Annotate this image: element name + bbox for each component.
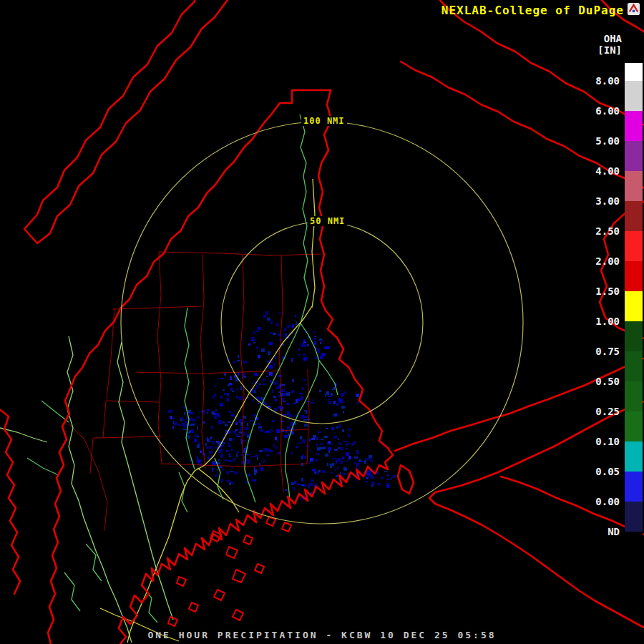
precip-echo bbox=[236, 454, 238, 457]
precip-echo bbox=[281, 384, 283, 386]
precip-echo bbox=[307, 344, 309, 346]
precip-echo bbox=[310, 458, 313, 462]
precip-echo bbox=[393, 475, 395, 478]
precip-echo bbox=[223, 389, 225, 391]
precip-echo bbox=[356, 452, 359, 454]
precip-echo bbox=[263, 448, 267, 452]
precip-echo bbox=[313, 331, 315, 333]
precip-echo bbox=[229, 438, 232, 441]
precip-echo bbox=[333, 436, 337, 439]
precip-echo bbox=[377, 483, 379, 484]
precip-echo bbox=[215, 474, 218, 477]
precip-echo bbox=[268, 449, 270, 452]
precip-echo bbox=[203, 411, 205, 414]
precip-echo bbox=[190, 412, 193, 414]
precip-echo bbox=[277, 440, 278, 442]
precip-echo bbox=[336, 475, 338, 477]
river-line bbox=[143, 587, 157, 623]
precip-echo bbox=[221, 479, 223, 482]
legend-swatch-2.00 bbox=[625, 261, 643, 291]
precip-echo bbox=[220, 378, 223, 379]
river-line bbox=[27, 458, 59, 475]
precip-echo bbox=[346, 445, 347, 447]
precip-echo bbox=[315, 459, 318, 462]
legend-swatch-0.75 bbox=[625, 351, 643, 381]
precip-echo bbox=[199, 459, 201, 462]
precip-echo bbox=[215, 385, 216, 387]
precip-echo bbox=[235, 422, 238, 425]
river-line bbox=[286, 323, 319, 499]
precip-echo bbox=[303, 353, 306, 356]
precip-echo bbox=[309, 439, 311, 441]
precip-echo bbox=[240, 427, 242, 431]
precip-echo bbox=[297, 484, 301, 485]
precip-echo bbox=[191, 424, 195, 426]
range-ring-label-100nmi: 100 NMI bbox=[301, 116, 347, 126]
precip-echo bbox=[299, 393, 303, 394]
precip-echo bbox=[219, 423, 223, 424]
precip-echo bbox=[227, 393, 229, 396]
precip-echo bbox=[203, 421, 205, 424]
precip-echo bbox=[347, 459, 348, 462]
legend-value-label: 0.00 bbox=[595, 496, 620, 507]
precip-echo bbox=[211, 412, 215, 414]
precip-echo bbox=[310, 450, 311, 452]
precip-echo bbox=[239, 419, 242, 421]
legend-swatch-1.50 bbox=[625, 291, 643, 321]
precip-echo bbox=[308, 485, 309, 488]
legend-color-bar bbox=[625, 63, 643, 562]
precip-echo bbox=[332, 463, 334, 466]
precip-echo bbox=[342, 429, 344, 432]
legend-value-label: 0.25 bbox=[595, 406, 620, 417]
legend-swatch-5.00 bbox=[625, 141, 643, 171]
precip-echo bbox=[318, 431, 320, 434]
precip-echo bbox=[356, 450, 358, 452]
precip-echo bbox=[197, 444, 200, 448]
precip-echo bbox=[254, 456, 256, 457]
precip-echo bbox=[191, 429, 194, 433]
precip-echo bbox=[303, 456, 306, 459]
precip-echo bbox=[185, 421, 187, 423]
precip-echo bbox=[337, 467, 338, 469]
precip-echo bbox=[326, 391, 329, 395]
river-line bbox=[42, 401, 69, 422]
precip-echo bbox=[386, 483, 389, 484]
product-title: ONE HOUR PRECIPITATION - KCBW 10 DEC 25 … bbox=[0, 630, 644, 640]
precip-echo bbox=[233, 439, 235, 441]
precip-echo bbox=[272, 389, 273, 393]
precip-echo bbox=[243, 361, 247, 364]
legend-title: OHA bbox=[597, 33, 622, 44]
precip-echo bbox=[371, 484, 374, 487]
precip-echo bbox=[346, 452, 349, 456]
precip-echo bbox=[336, 403, 339, 406]
maine-west-border-line bbox=[48, 90, 331, 644]
precip-echo bbox=[258, 426, 262, 429]
precip-echo bbox=[173, 418, 175, 419]
precip-echo bbox=[263, 384, 265, 385]
precip-echo bbox=[225, 459, 228, 461]
precip-echo bbox=[190, 424, 191, 426]
legend-value-label: 0.05 bbox=[595, 466, 620, 477]
precip-echo bbox=[197, 436, 199, 437]
precip-echo bbox=[267, 318, 270, 321]
precip-echo bbox=[254, 472, 256, 475]
legend-value-label: 2.00 bbox=[595, 255, 620, 267]
precip-echo bbox=[301, 478, 303, 482]
legend-value-label: 1.00 bbox=[595, 316, 620, 327]
precip-echo bbox=[207, 409, 210, 411]
precip-echo bbox=[215, 409, 217, 411]
precip-echo bbox=[267, 361, 268, 363]
precip-echo bbox=[333, 414, 337, 416]
county-line bbox=[103, 401, 106, 438]
precip-echo bbox=[214, 416, 217, 419]
radar-map bbox=[0, 0, 644, 644]
precip-echo bbox=[270, 321, 273, 324]
precip-echo bbox=[262, 379, 265, 381]
precip-echo bbox=[339, 424, 341, 427]
precip-echo bbox=[253, 399, 254, 402]
precip-echo bbox=[331, 472, 333, 474]
legend-value-label: 6.00 bbox=[595, 105, 620, 117]
precip-echo bbox=[340, 461, 343, 464]
precip-echo bbox=[391, 477, 392, 480]
precip-echo bbox=[207, 412, 208, 414]
